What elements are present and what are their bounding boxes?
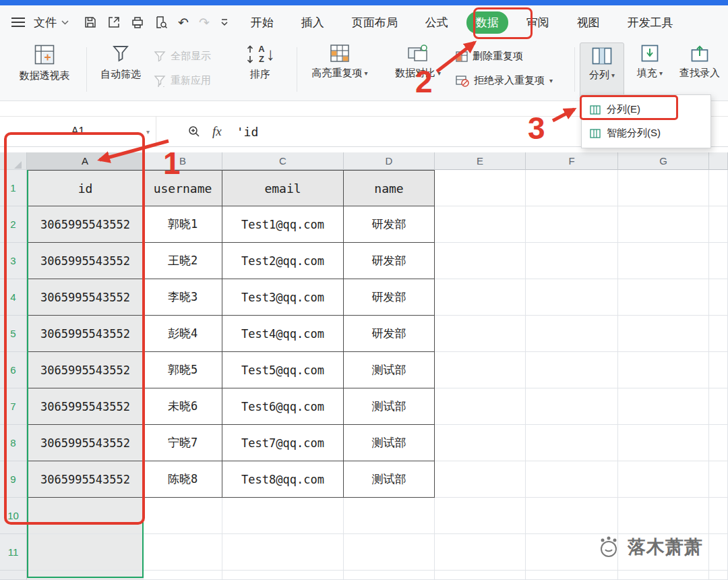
cell-B4[interactable]: 李晓3 [144,279,222,316]
cell[interactable] [435,206,526,243]
cell[interactable] [435,498,526,534]
sort-button[interactable]: AZ ↓ 排序 [231,45,290,81]
cell-C7[interactable]: Test6@qq.com [222,388,344,425]
cell[interactable] [435,425,526,461]
cell[interactable] [618,571,709,580]
row-header-11[interactable]: 11 [0,534,27,571]
cell[interactable] [526,425,618,461]
magnifier-icon[interactable] [187,125,201,138]
cell[interactable] [709,571,728,580]
row-header-5[interactable]: 5 [0,316,27,352]
cell-A2[interactable]: 3065995543552 [27,206,144,243]
cell-C2[interactable]: Test1@qq.com [222,206,344,243]
highlight-duplicates-button[interactable]: 高亮重复项▾ [303,45,376,80]
cell[interactable] [435,243,526,279]
cell[interactable] [222,534,344,571]
cell-A4[interactable]: 3065995543552 [27,279,144,316]
cell[interactable] [618,388,709,425]
cell[interactable] [435,316,526,352]
menu-item-split-columns[interactable]: 分列(E) [582,98,710,121]
cell[interactable] [144,498,222,534]
export-icon[interactable] [107,16,121,29]
hamburger-menu-icon[interactable] [11,17,26,28]
tab-page-layout[interactable]: 页面布局 [342,11,407,34]
row-header-8[interactable]: 8 [0,425,27,461]
cell[interactable] [709,316,728,352]
cell[interactable] [222,571,344,580]
cell-A6[interactable]: 3065995543552 [27,352,144,388]
col-header-G[interactable]: G [618,152,709,170]
tab-formulas[interactable]: 公式 [416,11,458,34]
find-entry-button[interactable]: 查找录入 [674,45,725,80]
cell-D1[interactable]: name [344,170,435,206]
cell[interactable] [709,498,728,534]
cell-C4[interactable]: Test3@qq.com [222,279,344,316]
cell-C9[interactable]: Test8@qq.com [222,461,344,498]
cell[interactable] [618,461,709,498]
row-header-7[interactable]: 7 [0,388,27,425]
cell-A8[interactable]: 3065995543552 [27,425,144,461]
row-header-1[interactable]: 1 [0,170,27,206]
cell-D6[interactable]: 测试部 [344,352,435,388]
tab-home[interactable]: 开始 [241,11,283,34]
col-header-D[interactable]: D [344,152,435,170]
cell-B3[interactable]: 王晓2 [144,243,222,279]
cell-B5[interactable]: 彭晓4 [144,316,222,352]
chevron-down-icon[interactable]: ▾ [146,128,150,136]
cell-A7[interactable]: 3065995543552 [27,388,144,425]
row-header-2[interactable]: 2 [0,206,27,243]
col-header-C[interactable]: C [222,152,344,170]
cell[interactable] [435,279,526,316]
cell[interactable] [344,571,435,580]
cell[interactable] [618,170,709,206]
cell-B9[interactable]: 陈晓8 [144,461,222,498]
cell[interactable] [435,388,526,425]
cell[interactable] [222,498,344,534]
name-box[interactable]: A1 ▾ [0,117,156,146]
cell[interactable] [526,571,618,580]
split-columns-button[interactable]: 分列▾ [580,42,624,98]
cell[interactable] [709,243,728,279]
cell[interactable] [618,498,709,534]
cell[interactable] [618,425,709,461]
cell[interactable] [526,243,618,279]
cell[interactable] [709,461,728,498]
menu-item-smart-split[interactable]: 智能分列(S) [582,121,710,145]
tab-review[interactable]: 审阅 [517,11,559,34]
col-header-F[interactable]: F [526,152,618,170]
row-header-6[interactable]: 6 [0,352,27,388]
toolbar-more-icon[interactable] [220,17,229,28]
row-header-4[interactable]: 4 [0,279,27,316]
cell[interactable] [344,498,435,534]
cell[interactable] [709,425,728,461]
show-all-button[interactable]: 全部显示 [154,50,211,63]
cell-B6[interactable]: 郭晓5 [144,352,222,388]
cell[interactable] [526,352,618,388]
cell-B7[interactable]: 未晓6 [144,388,222,425]
fill-button[interactable]: 填充▾ [631,45,669,80]
print-preview-icon[interactable] [154,16,168,29]
reject-duplicates-button[interactable]: 拒绝录入重复项 ▾ [456,74,553,87]
cell[interactable] [344,534,435,571]
redo-icon[interactable]: ↷ [199,16,210,29]
cell[interactable] [526,316,618,352]
row-header-12[interactable] [0,571,27,580]
cell-D3[interactable]: 研发部 [344,243,435,279]
cell[interactable] [435,352,526,388]
cell-D9[interactable]: 测试部 [344,461,435,498]
data-compare-button[interactable]: 数据对比▾ [384,45,452,80]
cell-C8[interactable]: Test7@qq.com [222,425,344,461]
cell[interactable] [618,316,709,352]
cell[interactable] [618,243,709,279]
cell[interactable] [618,279,709,316]
cell-D8[interactable]: 测试部 [344,425,435,461]
cell[interactable] [526,388,618,425]
print-icon[interactable] [131,16,144,29]
cell[interactable] [526,170,618,206]
cell-C1[interactable]: email [222,170,344,206]
cell[interactable] [709,388,728,425]
cell[interactable] [526,461,618,498]
col-header-E[interactable]: E [435,152,526,170]
cell[interactable] [144,571,222,580]
cell-B1[interactable]: username [144,170,222,206]
